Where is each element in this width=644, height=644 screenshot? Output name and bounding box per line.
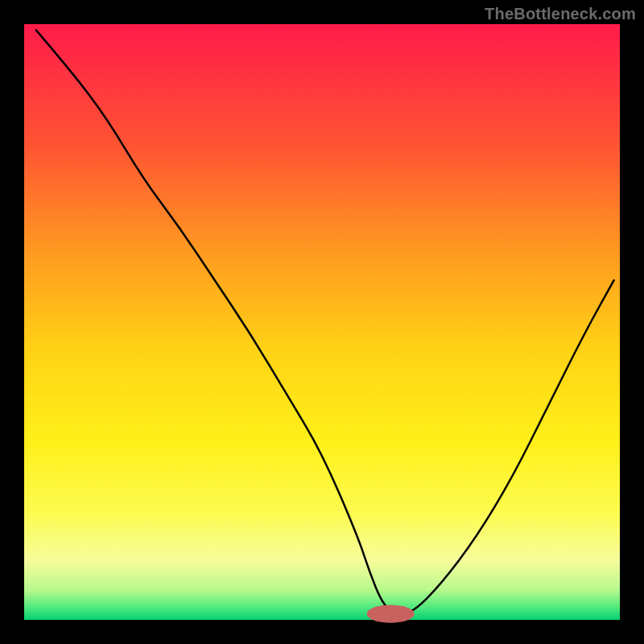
optimal-marker <box>367 605 415 623</box>
plot-background <box>24 24 620 620</box>
bottleneck-chart <box>0 0 644 644</box>
chart-frame: TheBottleneck.com <box>0 0 644 644</box>
